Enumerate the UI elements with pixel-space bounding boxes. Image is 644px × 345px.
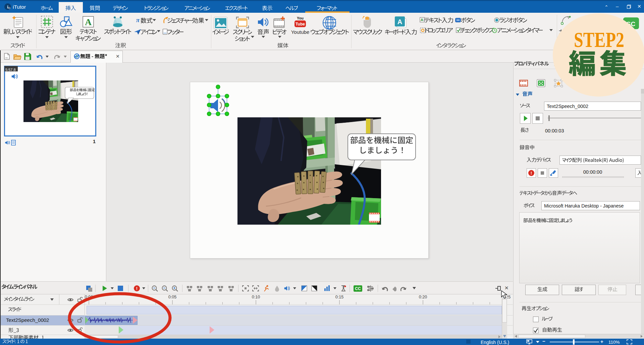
svg-text:!: ! (531, 171, 532, 176)
svg-text:STEP2: STEP2 (574, 30, 624, 50)
